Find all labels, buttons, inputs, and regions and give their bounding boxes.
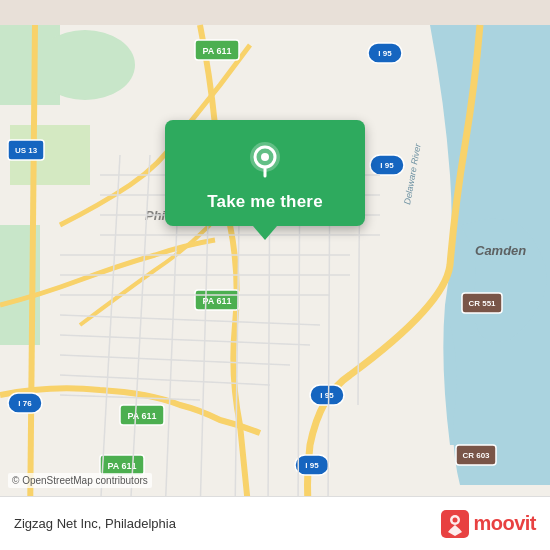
map-background: PA 611 PA 611 PA 611 PA 611 I 95 I 95 I … [0, 0, 550, 550]
svg-text:CR 603: CR 603 [462, 451, 490, 460]
bottom-bar: Zigzag Net Inc, Philadelphia moovit [0, 496, 550, 550]
svg-point-56 [261, 153, 269, 161]
moovit-brand-name: moovit [473, 512, 536, 535]
svg-text:PA 611: PA 611 [202, 296, 231, 306]
svg-point-3 [35, 30, 135, 100]
moovit-icon [441, 510, 469, 538]
svg-text:CR 551: CR 551 [468, 299, 496, 308]
popup-card[interactable]: Take me there [165, 120, 365, 226]
copyright-notice: © OpenStreetMap contributors [8, 473, 152, 488]
svg-text:US 13: US 13 [15, 146, 38, 155]
svg-text:I 95: I 95 [378, 49, 392, 58]
location-label: Zigzag Net Inc, Philadelphia [14, 516, 176, 531]
location-pin-icon [243, 138, 287, 182]
take-me-there-button[interactable]: Take me there [207, 192, 323, 212]
svg-text:PA 611: PA 611 [127, 411, 156, 421]
svg-text:I 95: I 95 [380, 161, 394, 170]
moovit-logo: moovit [441, 510, 536, 538]
svg-text:Camden: Camden [475, 243, 526, 258]
svg-text:I 95: I 95 [305, 461, 319, 470]
svg-text:PA 611: PA 611 [202, 46, 231, 56]
map-container: PA 611 PA 611 PA 611 PA 611 I 95 I 95 I … [0, 0, 550, 550]
svg-text:I 95: I 95 [320, 391, 334, 400]
svg-point-59 [453, 517, 458, 522]
svg-text:I 76: I 76 [18, 399, 32, 408]
